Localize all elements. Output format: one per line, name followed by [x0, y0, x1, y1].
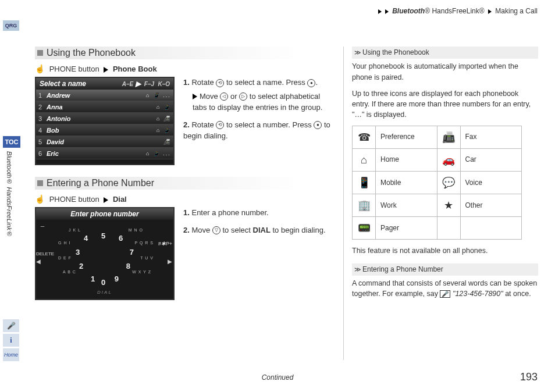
nav-path: ☝ PHONE button Dial: [35, 194, 332, 204]
side-section-label: Bluetooth® HandsFreeLink®: [6, 151, 13, 237]
step: 2. Rotate ⟲ to select a number. Press ● …: [183, 119, 332, 142]
finger-icon: ☝: [35, 194, 45, 204]
triangle-icon: [193, 94, 197, 99]
home-icon: ⌂: [353, 149, 376, 172]
move-right-icon: ▷: [239, 92, 247, 101]
car-icon: 🚗: [437, 149, 461, 172]
chevron-icon: ≫: [354, 48, 361, 58]
triangle-icon: [104, 197, 108, 203]
step: 2. Move ▽ to select DIAL to begin dialin…: [183, 224, 332, 236]
rotate-knob-icon: ⟲: [216, 79, 224, 87]
voice-command-icon: 🎤: [440, 290, 450, 298]
square-icon: [37, 50, 43, 56]
dial-label: DIAL: [52, 290, 157, 295]
chevron-icon: [385, 9, 389, 14]
fax-icon: 📠: [437, 126, 461, 149]
mobile-icon: 📱: [353, 172, 376, 194]
side-heading: ≫Using the Phonebook: [352, 47, 538, 59]
list-item: 2Anna⌂ 📱: [36, 101, 173, 113]
list-item: 5David📠: [36, 136, 173, 148]
list-item: 1Andrew⌂ 📱 ...: [36, 90, 173, 101]
preference-icon: ☎: [353, 126, 376, 149]
move-down-icon: ▽: [212, 226, 220, 234]
icon-legend-table: ☎Preference 📠Fax ⌂Home 🚗Car 📱Mobile 💬Voi…: [352, 126, 522, 240]
chevron-icon: [488, 9, 492, 14]
breadcrumb-part[interactable]: Making a Call: [495, 7, 538, 15]
other-icon: ★: [437, 194, 461, 217]
divider: [343, 47, 344, 360]
side-text: A command that consists of several words…: [352, 278, 538, 299]
screen-title: Select a name: [40, 80, 86, 88]
side-text: Your phonebook is automatically imported…: [352, 61, 538, 82]
delete-label: DELETE: [36, 251, 54, 256]
finger-icon: ☝: [35, 64, 45, 73]
pager-icon: 📟: [353, 217, 376, 240]
list-item: 4Bob⌂ 📱: [36, 124, 173, 136]
voice-icon: 💬: [437, 172, 461, 194]
nav-path: ☝ PHONE button Phone Book: [35, 64, 332, 73]
breadcrumb-part[interactable]: Bluetooth: [392, 7, 425, 15]
square-icon: [37, 180, 43, 186]
phonebook-screenshot: Select a name A–E ▶ F–J K–O 1Andrew⌂ 📱 .…: [35, 77, 175, 165]
chevron-icon: [378, 9, 382, 14]
section-heading: Entering a Phone Number: [35, 177, 332, 190]
step: 1. Enter a phone number.: [183, 207, 332, 219]
page-number: 193: [520, 371, 538, 383]
press-knob-icon: ●: [307, 79, 315, 87]
list-item: 6Eric⌂ 📱 ...: [36, 148, 173, 159]
screen-title: Enter phone number: [36, 208, 173, 220]
continued-label: Continued: [262, 373, 294, 382]
work-icon: 🏢: [353, 194, 376, 217]
section-heading: Using the Phonebook: [35, 47, 332, 59]
press-knob-icon: ●: [314, 121, 322, 129]
move-left-icon: ◁: [220, 92, 228, 101]
triangle-icon: [104, 67, 108, 73]
dialer-screenshot: Enter phone number _ DELETE◀ #✱P+▶ J K L…: [35, 207, 175, 300]
chevron-icon: ≫: [354, 265, 361, 275]
home-button[interactable]: Home: [3, 348, 19, 361]
tab-toc[interactable]: TOC: [3, 136, 20, 148]
side-text: Up to three icons are displayed for each…: [352, 88, 538, 120]
tab-qrg[interactable]: QRG: [3, 20, 19, 31]
rotate-knob-icon: ⟲: [216, 121, 224, 129]
voice-icon[interactable]: 🎤: [3, 319, 19, 332]
info-icon[interactable]: i: [3, 334, 19, 347]
side-text: This feature is not available on all pho…: [352, 245, 538, 256]
step: 1. Rotate ⟲ to select a name. Press ●. M…: [183, 77, 332, 113]
alpha-tabs: A–E ▶ F–J K–O: [120, 80, 170, 88]
side-heading: ≫Entering a Phone Number: [352, 263, 538, 276]
special-chars: #✱P+: [158, 241, 172, 247]
list-item: 3Antonio⌂ 📠: [36, 113, 173, 124]
breadcrumb: Bluetooth® HandsFreeLink® Making a Call: [376, 7, 538, 15]
